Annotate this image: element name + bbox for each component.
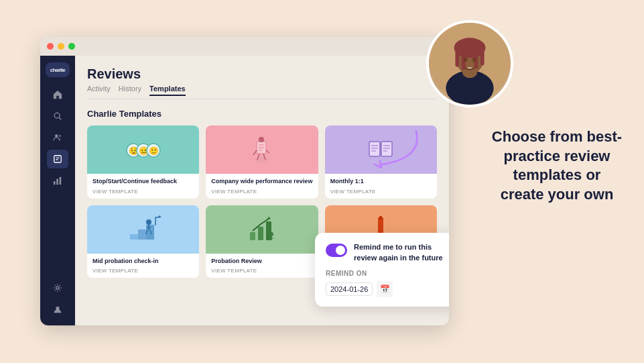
person-photo — [426, 20, 513, 107]
popup-header: Remind me to run this review again in th… — [326, 242, 449, 263]
view-template-company-wide[interactable]: VIEW TEMPLATE — [211, 189, 312, 195]
svg-rect-8 — [56, 178, 58, 185]
popup-date-row: 2024-01-26 📅 — [326, 281, 449, 297]
calendar-icon[interactable]: 📅 — [377, 281, 393, 297]
tab-history[interactable]: History — [119, 85, 141, 96]
sidebar-item-analytics[interactable] — [47, 171, 68, 190]
template-card-probation-review[interactable]: Probation Review VIEW TEMPLATE — [206, 205, 318, 278]
svg-rect-64 — [480, 48, 485, 65]
card-title-probation-review: Probation Review — [211, 258, 312, 266]
sidebar-item-reviews[interactable] — [47, 150, 68, 168]
svg-point-2 — [55, 134, 58, 137]
page-title: Reviews — [87, 66, 437, 82]
card-image-stop-start: 😟 😐 🙂 — [87, 125, 199, 174]
card-body-monthly-11: Monthly 1:1 VIEW TEMPLATE — [325, 174, 437, 199]
card-body-company-wide: Company wide performance review VIEW TEM… — [206, 174, 318, 199]
view-template-probation-review[interactable]: VIEW TEMPLATE — [211, 268, 312, 274]
browser-window: charlie Re — [40, 37, 449, 325]
svg-point-66 — [472, 58, 476, 62]
tabs: Activity History Templates — [87, 85, 437, 99]
svg-point-0 — [54, 113, 60, 118]
remind-on-label: Remind on — [326, 270, 449, 277]
sidebar: charlie — [40, 56, 75, 325]
section-title: Charlie Templates — [87, 109, 437, 119]
arrow-decoration — [363, 124, 423, 171]
template-card-stop-start[interactable]: 😟 😐 🙂 Stop/Start/Continue feedback VIEW … — [87, 125, 199, 199]
svg-point-18 — [255, 156, 268, 163]
svg-text:🙂: 🙂 — [148, 146, 158, 156]
svg-rect-9 — [60, 177, 62, 185]
card-body-stop-start: Stop/Start/Continue feedback VIEW TEMPLA… — [87, 174, 199, 199]
svg-point-23 — [259, 137, 264, 142]
card-image-company-wide — [206, 125, 318, 174]
svg-rect-61 — [455, 48, 459, 66]
svg-marker-45 — [157, 215, 162, 217]
minimize-button[interactable] — [58, 43, 64, 50]
svg-marker-49 — [267, 217, 271, 220]
svg-rect-46 — [250, 232, 255, 240]
view-template-monthly-11[interactable]: VIEW TEMPLATE — [330, 189, 432, 195]
card-image-mid-probation — [87, 205, 199, 254]
sidebar-item-home[interactable] — [47, 85, 68, 104]
sidebar-item-search[interactable] — [47, 107, 68, 125]
card-title-stop-start: Stop/Start/Continue feedback — [92, 178, 194, 186]
svg-line-1 — [59, 117, 61, 119]
main-content: Reviews Activity History Templates Charl… — [75, 56, 449, 325]
svg-point-50 — [269, 232, 273, 236]
titlebar — [40, 37, 449, 56]
card-image-probation-review — [206, 205, 318, 254]
svg-line-25 — [266, 150, 269, 153]
svg-rect-48 — [266, 221, 271, 240]
remind-toggle[interactable] — [326, 244, 347, 257]
svg-point-10 — [56, 287, 59, 289]
date-input[interactable]: 2024-01-26 — [326, 282, 373, 296]
svg-line-24 — [253, 150, 257, 155]
sidebar-item-people[interactable] — [47, 128, 68, 147]
window-body: charlie Re — [40, 56, 449, 325]
maximize-button[interactable] — [68, 43, 75, 50]
svg-rect-7 — [54, 181, 56, 185]
popup-card: Remind me to run this review again in th… — [315, 233, 449, 307]
card-body-mid-probation: Mid probation check-in VIEW TEMPLATE — [87, 254, 199, 278]
app-logo: charlie — [46, 62, 70, 77]
right-panel: Choose from best-practice review templat… — [490, 127, 624, 204]
sidebar-item-profile[interactable] — [47, 300, 68, 319]
card-title-company-wide: Company wide performance review — [211, 178, 312, 186]
svg-point-3 — [59, 135, 62, 138]
tab-templates[interactable]: Templates — [149, 85, 186, 96]
right-panel-text: Choose from best-practice review templat… — [490, 127, 624, 204]
view-template-stop-start[interactable]: VIEW TEMPLATE — [92, 189, 194, 195]
svg-rect-47 — [258, 227, 263, 240]
view-template-mid-probation[interactable]: VIEW TEMPLATE — [92, 268, 194, 274]
svg-point-40 — [146, 219, 151, 225]
template-card-mid-probation[interactable]: Mid probation check-in VIEW TEMPLATE — [87, 205, 199, 278]
close-button[interactable] — [47, 43, 54, 50]
svg-rect-37 — [130, 234, 138, 240]
svg-rect-4 — [54, 156, 62, 163]
card-body-probation-review: Probation Review VIEW TEMPLATE — [206, 254, 318, 278]
popup-title: Remind me to run this review again in th… — [354, 242, 449, 263]
card-title-monthly-11: Monthly 1:1 — [330, 178, 432, 186]
svg-point-65 — [464, 58, 468, 62]
card-title-mid-probation: Mid probation check-in — [92, 258, 194, 266]
svg-rect-38 — [138, 229, 146, 240]
template-card-company-wide[interactable]: Company wide performance review VIEW TEM… — [206, 125, 318, 199]
tab-activity[interactable]: Activity — [87, 85, 111, 96]
svg-rect-54 — [379, 216, 382, 220]
sidebar-item-settings[interactable] — [47, 278, 68, 297]
